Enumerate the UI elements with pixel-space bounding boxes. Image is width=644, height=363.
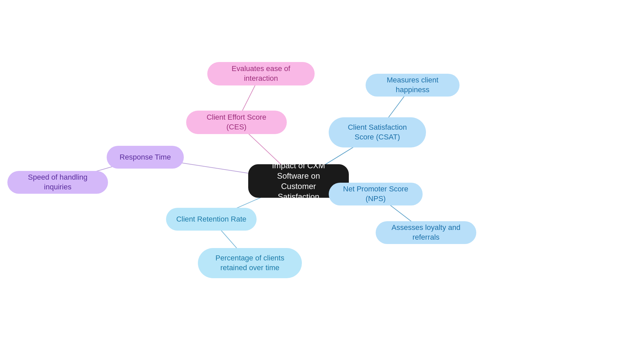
nps-node: Net Promoter Score (NPS): [329, 183, 423, 205]
speed-inquiries-label: Speed of handling inquiries: [17, 173, 99, 192]
evaluates-label: Evaluates ease of interaction: [217, 64, 305, 83]
measures-happiness-label: Measures client happiness: [375, 75, 450, 95]
percentage-retained-label: Percentage of clients retained over time: [207, 253, 292, 273]
response-time-label: Response Time: [120, 153, 171, 162]
nps-label: Net Promoter Score (NPS): [338, 184, 413, 203]
client-retention-node: Client Retention Rate: [166, 208, 257, 231]
percentage-retained-node: Percentage of clients retained over time: [198, 248, 302, 278]
csat-node: Client Satisfaction Score (CSAT): [329, 117, 426, 147]
csat-label: Client Satisfaction Score (CSAT): [338, 123, 417, 142]
client-retention-label: Client Retention Rate: [176, 215, 246, 224]
ces-label: Client Effort Score (CES): [196, 113, 277, 132]
assesses-loyalty-node: Assesses loyalty and referrals: [376, 221, 476, 244]
center-label: Impact of CXM Software on Customer Satis…: [260, 160, 337, 202]
response-time-node: Response Time: [107, 146, 184, 169]
speed-inquiries-node: Speed of handling inquiries: [7, 171, 108, 194]
evaluates-node: Evaluates ease of interaction: [207, 62, 315, 85]
ces-node: Client Effort Score (CES): [186, 111, 287, 134]
assesses-loyalty-label: Assesses loyalty and referrals: [385, 223, 467, 242]
measures-happiness-node: Measures client happiness: [366, 74, 460, 97]
